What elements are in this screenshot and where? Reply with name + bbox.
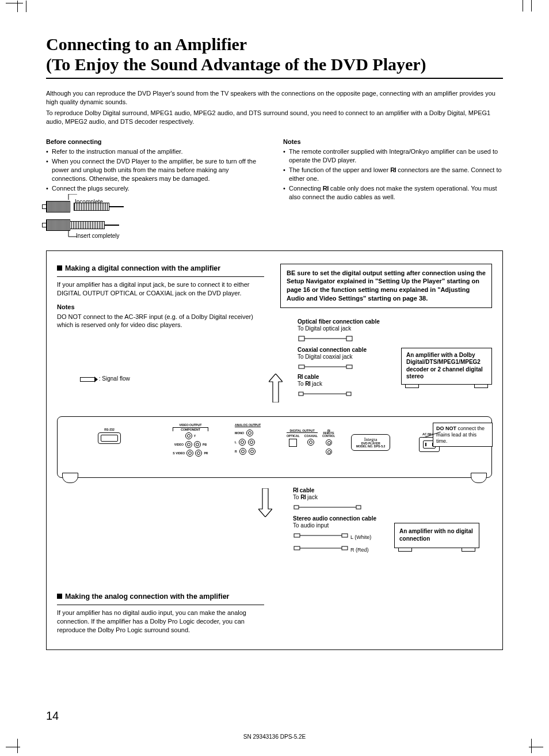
notes-heading: Notes xyxy=(283,138,503,145)
ri-icon: RI xyxy=(298,374,303,380)
notes-list: The remote controller supplied with Inte… xyxy=(283,147,503,201)
analog-r-jack2 xyxy=(249,448,256,455)
plug-complete-label: Insert completely xyxy=(76,233,120,239)
component-pb-jack xyxy=(194,441,201,448)
doc-id: SN 29343136 DPS-5.2E xyxy=(0,734,549,740)
crop-mark-tl xyxy=(6,3,23,21)
mono-jack xyxy=(246,430,253,436)
ri-icon: RI xyxy=(300,494,306,500)
page-title: Connecting to an Amplifier (To Enjoy the… xyxy=(46,35,503,74)
intro-p2: To reproduce Dolby Digital surround, MPE… xyxy=(46,109,503,126)
svg-line-14 xyxy=(424,432,441,438)
optical-plug-icon xyxy=(298,335,372,342)
ri-remote-section: RI REMOTECONTROL xyxy=(322,430,335,455)
before-connecting-heading: Before connecting xyxy=(46,138,266,145)
ri-icon: RI xyxy=(293,487,298,493)
amp-legs-icon xyxy=(395,548,479,552)
coax-plug-icon xyxy=(298,363,372,370)
svg-rect-18 xyxy=(356,506,361,509)
svg-rect-21 xyxy=(342,534,348,537)
leader-line-icon xyxy=(424,432,441,440)
section-rule xyxy=(57,605,264,605)
bc-item-2: When you connect the DVD Player to the a… xyxy=(46,157,266,183)
setup-note-box: BE sure to set the digital output settin… xyxy=(280,264,492,308)
ri-plug-icon xyxy=(298,390,372,397)
panel-foot-icon xyxy=(471,473,487,483)
ri-cable-label-2: RI cable To RI jack xyxy=(293,487,391,502)
up-arrow-icon xyxy=(269,374,283,402)
bc-item-3: Connect the plugs securely. xyxy=(46,184,266,193)
cable-icon xyxy=(109,206,124,207)
svg-rect-24 xyxy=(342,546,348,550)
note-item-2: The function of the upper and lower RI c… xyxy=(283,166,503,183)
jack-icon xyxy=(46,201,70,212)
stereo-cable-label: Stereo audio connection cable To audio i… xyxy=(293,515,391,530)
amp-legs-icon xyxy=(402,385,491,388)
bc-item-1: Refer to the instruction manual of the a… xyxy=(46,147,266,156)
ri-icon: RI xyxy=(390,166,396,173)
ri-jack-upper xyxy=(326,439,332,446)
signal-flow-legend: : Signal flow xyxy=(80,375,264,382)
leader-line-icon xyxy=(66,194,89,200)
cable-icon xyxy=(105,225,119,226)
optical-jack xyxy=(289,439,297,447)
svg-rect-22 xyxy=(294,546,300,550)
ri-jack-lower xyxy=(326,449,332,455)
svg-rect-10 xyxy=(299,392,303,396)
svg-rect-16 xyxy=(294,506,299,509)
svg-rect-9 xyxy=(346,365,352,368)
analog-amp-box: An amplifier with no digital connection xyxy=(394,523,479,548)
analog-l-jack2 xyxy=(248,439,255,446)
digital-section-title: Making a digital connection with the amp… xyxy=(57,264,264,273)
intro-p1: Although you can reproduce the DVD Playe… xyxy=(46,89,503,107)
coax-cable-label: Coaxial connection cable To Digital coax… xyxy=(298,347,395,361)
plug-icon xyxy=(74,203,109,211)
signal-arrow-icon xyxy=(80,377,95,382)
title-line-1: Connecting to an Amplifier xyxy=(46,35,247,54)
title-line-2: (To Enjoy the Sound Advantage of the DVD… xyxy=(46,55,426,74)
component-y-jack xyxy=(185,432,192,439)
device-rear-panel: RS-232 VIDEO OUTPUT COMPONENT Y VIDEOPB … xyxy=(57,416,492,478)
svg-rect-12 xyxy=(346,392,351,396)
ri-plug-icon xyxy=(293,504,379,511)
digital-notes-body: DO NOT connect to the AC-3RF input (e.g.… xyxy=(57,313,264,330)
svg-marker-13 xyxy=(269,374,283,402)
optical-cable-label: Optical fiber connection cable To Digita… xyxy=(298,318,395,333)
svg-rect-4 xyxy=(299,336,304,341)
brand-plate: Integra DVD PLAYER MODEL NO. DPS-5.2 xyxy=(351,434,390,451)
digital-output-section: DIGITAL OUTPUT OPTICAL COAXIAL xyxy=(287,430,318,447)
video-jack xyxy=(185,441,192,448)
coaxial-jack xyxy=(307,439,314,446)
digital-notes-heading: Notes xyxy=(57,303,264,310)
crop-mark-tr xyxy=(526,3,543,20)
note-item-3: Connecting RI cable only does not make t… xyxy=(283,184,503,202)
ri-cable-label: RI cable To RI jack xyxy=(298,374,395,388)
svideo-jack xyxy=(186,450,193,457)
down-arrow-icon xyxy=(258,488,272,517)
plug-diagram: Incomplete Insert completely xyxy=(46,201,173,231)
analog-section-body: If your amplifier has no digital audio i… xyxy=(57,609,264,635)
rs232-port: RS-232 xyxy=(98,428,121,444)
jack-icon xyxy=(46,219,70,231)
video-output-section: VIDEO OUTPUT COMPONENT Y VIDEOPB S VIDEO… xyxy=(173,424,208,457)
before-connecting-list: Refer to the instruction manual of the a… xyxy=(46,147,266,192)
analog-section-title: Making the analog connection with the am… xyxy=(57,592,264,601)
analog-output-section: ANALOG OUTPUT MONO L R xyxy=(235,424,261,455)
page-number: 14 xyxy=(46,709,59,723)
analog-r-jack xyxy=(239,448,246,455)
section-rule xyxy=(57,276,264,277)
plug-icon xyxy=(69,221,105,229)
component-pr-jack xyxy=(195,450,202,457)
digital-section-body: If your amplifier has a digital input ja… xyxy=(57,280,264,298)
main-diagram-box: Making a digital connection with the amp… xyxy=(46,250,503,650)
mains-warning-box: DO NOT connect the mains lead at this ti… xyxy=(433,423,493,447)
svg-rect-7 xyxy=(299,365,304,368)
svg-rect-6 xyxy=(346,336,352,341)
panel-foot-icon xyxy=(62,473,78,483)
digital-amp-box: An amplifier with a Dolby Digital/DTS/MP… xyxy=(401,348,492,385)
ri-icon: RI xyxy=(323,185,329,192)
analog-l-jack xyxy=(239,439,246,446)
svg-marker-15 xyxy=(258,488,272,517)
title-rule xyxy=(46,78,503,79)
ri-icon: RI xyxy=(305,381,310,387)
